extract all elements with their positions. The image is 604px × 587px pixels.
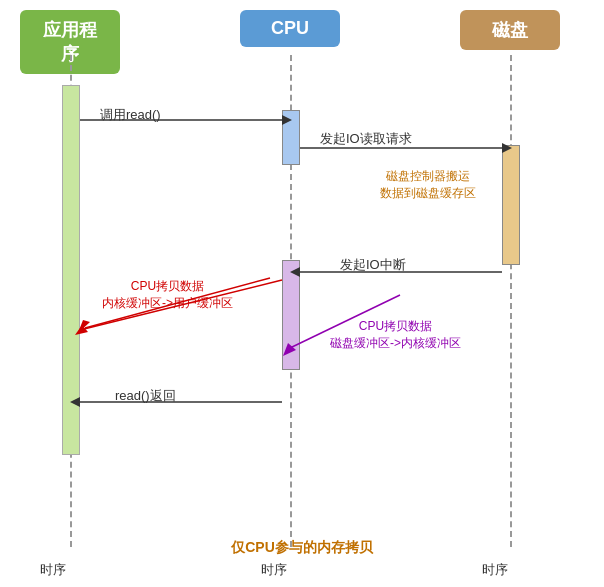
dashed-line-disk [510,55,512,547]
bar-cpu2 [282,260,300,370]
header-cpu: CPU [240,10,340,47]
label-cpu-copy-kernel: CPU拷贝数据 内核缓冲区->用户缓冲区 [102,278,233,312]
arrows-svg [0,0,604,587]
label-io-interrupt: 发起IO中断 [340,256,406,274]
diagram: 应用程序 CPU 磁盘 调用read() 发起IO读取请求 [0,0,604,587]
label-read-return: read()返回 [115,387,176,405]
bar-disk [502,145,520,265]
bar-cpu1 [282,110,300,165]
time-label-app: 时序 [40,561,66,579]
label-cpu-copy-disk: CPU拷贝数据 磁盘缓冲区->内核缓冲区 [330,318,461,352]
label-disk-controller: 磁盘控制器搬运 数据到磁盘缓存区 [380,168,476,202]
time-label-disk: 时序 [482,561,508,579]
bar-app [62,85,80,455]
caption: 仅CPU参与的内存拷贝 [0,539,604,557]
time-label-cpu: 时序 [261,561,287,579]
label-call-read: 调用read() [100,106,161,124]
header-disk: 磁盘 [460,10,560,50]
label-io-read: 发起IO读取请求 [320,130,412,148]
